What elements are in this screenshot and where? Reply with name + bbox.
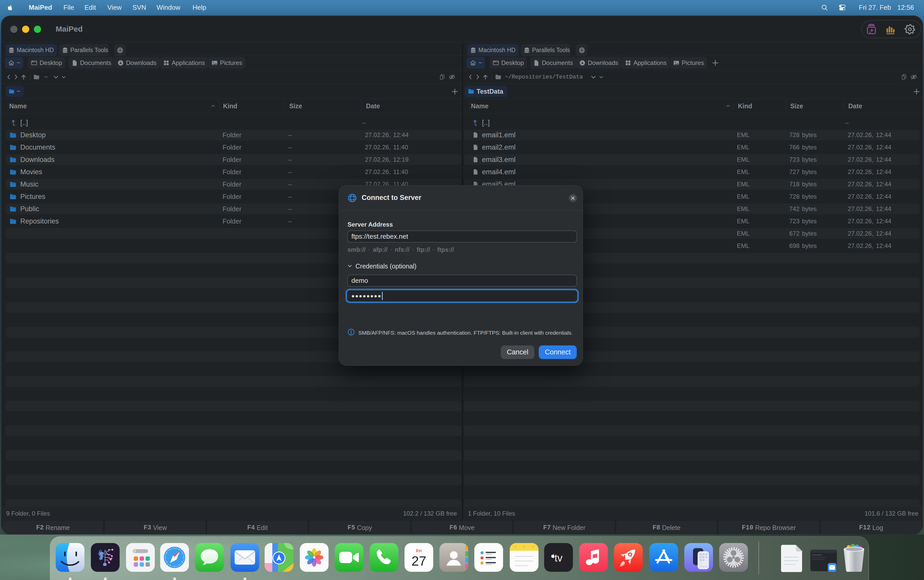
svg-text:27: 27 bbox=[412, 554, 426, 568]
svg-text:Fri: Fri bbox=[416, 549, 422, 553]
svg-text:tv: tv bbox=[554, 552, 562, 564]
